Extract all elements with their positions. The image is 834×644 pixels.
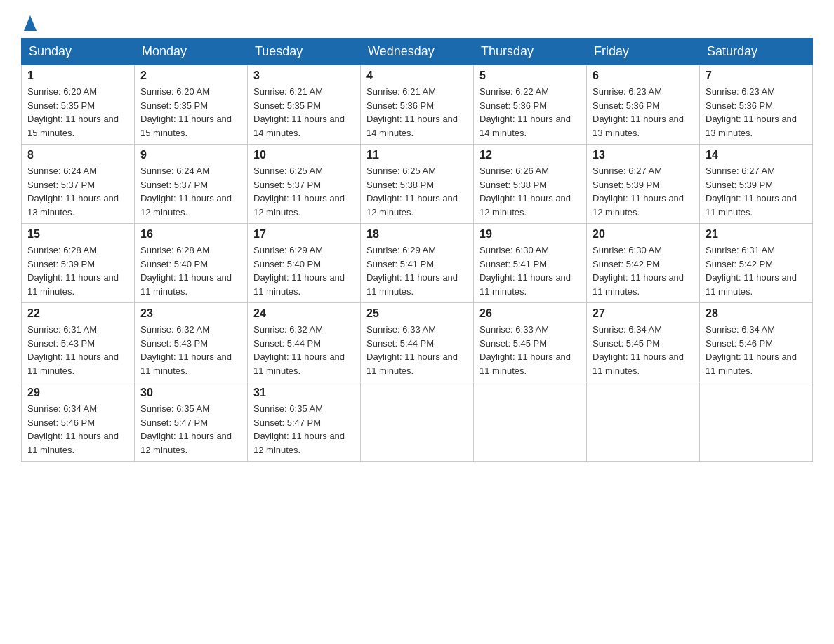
- sunrise-label: Sunrise:: [593, 324, 626, 335]
- day-info: Sunrise: 6:28 AM Sunset: 5:40 PM Dayligh…: [140, 243, 241, 298]
- daylight-label: Daylight:: [479, 272, 515, 283]
- sunrise-label: Sunrise:: [253, 245, 287, 255]
- calendar-cell: 30 Sunrise: 6:35 AM Sunset: 5:47 PM Dayl…: [135, 382, 248, 462]
- daylight-label: Daylight:: [706, 114, 741, 124]
- sunset-label: Sunset:: [706, 338, 736, 349]
- day-number: 18: [366, 228, 468, 241]
- daylight-label: Daylight:: [140, 193, 176, 203]
- week-row-2: 8 Sunrise: 6:24 AM Sunset: 5:37 PM Dayli…: [22, 145, 813, 224]
- day-info: Sunrise: 6:22 AM Sunset: 5:36 PM Dayligh…: [479, 85, 581, 140]
- sunrise-label: Sunrise:: [140, 166, 174, 176]
- day-number: 14: [706, 149, 807, 161]
- sunset-label: Sunset:: [366, 338, 397, 349]
- day-number: 9: [140, 149, 241, 161]
- column-header-wednesday: Wednesday: [361, 39, 474, 65]
- calendar-cell: 20 Sunrise: 6:30 AM Sunset: 5:42 PM Dayl…: [587, 224, 700, 303]
- calendar-cell: 28 Sunrise: 6:34 AM Sunset: 5:46 PM Dayl…: [700, 303, 813, 382]
- sunrise-label: Sunrise:: [706, 86, 739, 97]
- day-info: Sunrise: 6:32 AM Sunset: 5:43 PM Dayligh…: [140, 323, 241, 377]
- day-info: Sunrise: 6:35 AM Sunset: 5:47 PM Dayligh…: [140, 402, 241, 457]
- sunset-label: Sunset:: [593, 180, 623, 190]
- day-info: Sunrise: 6:34 AM Sunset: 5:46 PM Dayligh…: [27, 402, 128, 457]
- day-number: 19: [479, 228, 581, 241]
- day-info: Sunrise: 6:29 AM Sunset: 5:40 PM Dayligh…: [253, 243, 355, 298]
- day-number: 27: [593, 307, 694, 320]
- sunset-label: Sunset:: [253, 338, 284, 349]
- sunset-label: Sunset:: [479, 180, 510, 190]
- daylight-label: Daylight:: [27, 272, 63, 283]
- day-number: 30: [140, 387, 241, 399]
- day-number: 26: [479, 307, 581, 320]
- day-info: Sunrise: 6:26 AM Sunset: 5:38 PM Dayligh…: [479, 164, 581, 219]
- sunset-label: Sunset:: [27, 417, 58, 428]
- sunset-label: Sunset:: [479, 100, 510, 111]
- calendar-cell: 6 Sunrise: 6:23 AM Sunset: 5:36 PM Dayli…: [587, 65, 700, 145]
- daylight-label: Daylight:: [366, 351, 402, 362]
- sunset-label: Sunset:: [366, 259, 397, 269]
- sunrise-label: Sunrise:: [253, 324, 287, 335]
- day-number: 20: [593, 228, 694, 241]
- sunset-label: Sunset:: [706, 100, 736, 111]
- sunset-label: Sunset:: [593, 259, 623, 269]
- calendar-cell: 10 Sunrise: 6:25 AM Sunset: 5:37 PM Dayl…: [248, 145, 361, 224]
- daylight-label: Daylight:: [706, 351, 741, 362]
- logo: [21, 14, 37, 31]
- week-row-1: 1 Sunrise: 6:20 AM Sunset: 5:35 PM Dayli…: [22, 65, 813, 145]
- calendar-cell: 4 Sunrise: 6:21 AM Sunset: 5:36 PM Dayli…: [361, 65, 474, 145]
- calendar-cell: 2 Sunrise: 6:20 AM Sunset: 5:35 PM Dayli…: [135, 65, 248, 145]
- calendar-cell: 5 Sunrise: 6:22 AM Sunset: 5:36 PM Dayli…: [474, 65, 587, 145]
- calendar-cell: 12 Sunrise: 6:26 AM Sunset: 5:38 PM Dayl…: [474, 145, 587, 224]
- calendar-cell: 24 Sunrise: 6:32 AM Sunset: 5:44 PM Dayl…: [248, 303, 361, 382]
- day-number: 12: [479, 149, 581, 161]
- sunset-label: Sunset:: [366, 180, 397, 190]
- sunrise-label: Sunrise:: [593, 166, 626, 176]
- week-row-5: 29 Sunrise: 6:34 AM Sunset: 5:46 PM Dayl…: [22, 382, 813, 462]
- sunrise-label: Sunrise:: [253, 86, 287, 97]
- calendar-cell: 1 Sunrise: 6:20 AM Sunset: 5:35 PM Dayli…: [22, 65, 135, 145]
- calendar-cell: 25 Sunrise: 6:33 AM Sunset: 5:44 PM Dayl…: [361, 303, 474, 382]
- daylight-label: Daylight:: [593, 193, 628, 203]
- sunset-label: Sunset:: [593, 338, 623, 349]
- calendar-table: SundayMondayTuesdayWednesdayThursdayFrid…: [21, 38, 813, 462]
- daylight-label: Daylight:: [140, 351, 176, 362]
- daylight-label: Daylight:: [253, 114, 289, 124]
- calendar-cell: [587, 382, 700, 462]
- calendar-header-row: SundayMondayTuesdayWednesdayThursdayFrid…: [22, 39, 813, 65]
- day-info: Sunrise: 6:31 AM Sunset: 5:42 PM Dayligh…: [706, 243, 807, 298]
- sunrise-label: Sunrise:: [253, 403, 287, 414]
- calendar-cell: 23 Sunrise: 6:32 AM Sunset: 5:43 PM Dayl…: [135, 303, 248, 382]
- calendar-cell: 11 Sunrise: 6:25 AM Sunset: 5:38 PM Dayl…: [361, 145, 474, 224]
- sunset-label: Sunset:: [706, 180, 736, 190]
- calendar-cell: [361, 382, 474, 462]
- week-row-4: 22 Sunrise: 6:31 AM Sunset: 5:43 PM Dayl…: [22, 303, 813, 382]
- day-number: 4: [366, 69, 468, 82]
- day-number: 13: [593, 149, 694, 161]
- sunrise-label: Sunrise:: [706, 245, 739, 255]
- daylight-label: Daylight:: [253, 351, 289, 362]
- sunset-label: Sunset:: [27, 100, 58, 111]
- day-info: Sunrise: 6:27 AM Sunset: 5:39 PM Dayligh…: [706, 164, 807, 219]
- daylight-label: Daylight:: [140, 114, 176, 124]
- daylight-label: Daylight:: [253, 431, 289, 441]
- daylight-label: Daylight:: [27, 114, 63, 124]
- sunrise-label: Sunrise:: [253, 166, 287, 176]
- day-number: 6: [593, 69, 694, 82]
- day-info: Sunrise: 6:35 AM Sunset: 5:47 PM Dayligh…: [253, 402, 355, 457]
- calendar-cell: 7 Sunrise: 6:23 AM Sunset: 5:36 PM Dayli…: [700, 65, 813, 145]
- sunrise-label: Sunrise:: [366, 86, 400, 97]
- sunrise-label: Sunrise:: [140, 403, 174, 414]
- sunrise-label: Sunrise:: [593, 245, 626, 255]
- sunrise-label: Sunrise:: [706, 166, 739, 176]
- column-header-thursday: Thursday: [474, 39, 587, 65]
- daylight-label: Daylight:: [706, 193, 741, 203]
- calendar-cell: 15 Sunrise: 6:28 AM Sunset: 5:39 PM Dayl…: [22, 224, 135, 303]
- sunset-label: Sunset:: [593, 100, 623, 111]
- day-number: 31: [253, 387, 355, 399]
- day-info: Sunrise: 6:20 AM Sunset: 5:35 PM Dayligh…: [140, 85, 241, 140]
- calendar-cell: 13 Sunrise: 6:27 AM Sunset: 5:39 PM Dayl…: [587, 145, 700, 224]
- day-number: 8: [27, 149, 128, 161]
- daylight-label: Daylight:: [366, 114, 402, 124]
- sunrise-label: Sunrise:: [140, 245, 174, 255]
- sunrise-label: Sunrise:: [140, 86, 174, 97]
- sunset-label: Sunset:: [366, 100, 397, 111]
